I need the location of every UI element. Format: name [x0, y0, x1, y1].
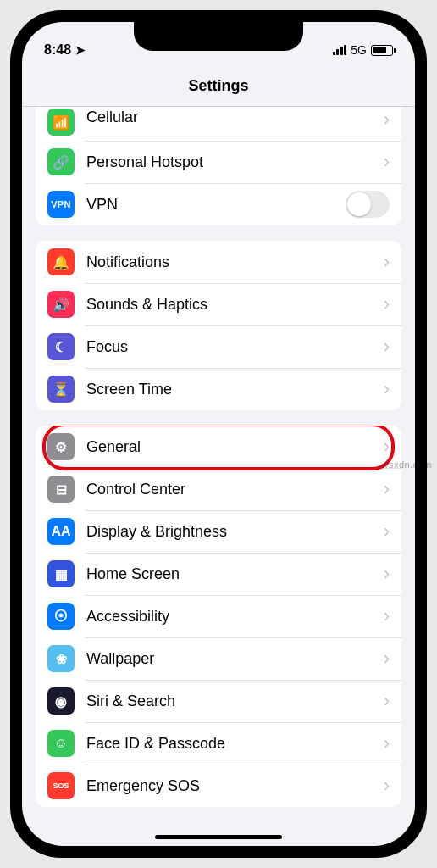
settings-row-sounds-haptics[interactable]: 🔊Sounds & Haptics› — [36, 283, 401, 326]
status-right: 5G — [333, 43, 393, 57]
chevron-right-icon: › — [384, 108, 390, 131]
settings-row-general[interactable]: ⚙General› — [36, 426, 401, 468]
settings-row-cellular[interactable]: 📶Cellular› — [36, 107, 401, 141]
settings-row-screen-time[interactable]: ⏳Screen Time› — [36, 368, 401, 410]
settings-row-home-screen[interactable]: ▦Home Screen› — [36, 553, 401, 595]
settings-row-notifications[interactable]: 🔔Notifications› — [36, 241, 401, 283]
emergency-sos-icon: SOS — [47, 772, 75, 799]
row-label: Notifications — [86, 253, 384, 271]
chevron-right-icon: › — [384, 478, 390, 500]
settings-group: 🔔Notifications›🔊Sounds & Haptics›☾Focus›… — [36, 241, 401, 410]
chevron-right-icon: › — [384, 605, 390, 627]
chevron-right-icon: › — [384, 336, 390, 358]
row-label: General — [86, 438, 384, 456]
chevron-right-icon: › — [384, 520, 390, 542]
device-frame: 8:48 ➤ 5G Settings 📶Cellular›🔗Personal H… — [10, 10, 427, 858]
siri-search-icon: ◉ — [47, 687, 75, 715]
settings-row-accessibility[interactable]: ⦿Accessibility› — [36, 595, 401, 637]
settings-row-emergency-sos[interactable]: SOSEmergency SOS› — [36, 765, 401, 807]
notch — [134, 22, 303, 51]
location-icon: ➤ — [75, 43, 86, 57]
cellular-signal-icon — [333, 45, 347, 55]
watermark-text: wsxdn.com — [381, 459, 432, 470]
row-label: Display & Brightness — [86, 523, 384, 541]
chevron-right-icon: › — [384, 563, 390, 585]
page-title: Settings — [188, 77, 248, 95]
face-id-passcode-icon: ☺ — [47, 730, 75, 757]
status-time: 8:48 — [44, 42, 71, 58]
settings-row-control-center[interactable]: ⊟Control Center› — [36, 468, 401, 510]
sounds-haptics-icon: 🔊 — [47, 291, 75, 318]
settings-row-siri-search[interactable]: ◉Siri & Search› — [36, 680, 401, 722]
chevron-right-icon: › — [384, 293, 390, 315]
row-label: Focus — [86, 338, 384, 356]
personal-hotspot-icon: 🔗 — [47, 148, 75, 175]
cellular-icon: 📶 — [47, 108, 75, 136]
row-label: Accessibility — [86, 608, 384, 626]
row-label: Control Center — [86, 481, 384, 498]
notifications-icon: 🔔 — [47, 248, 75, 275]
chevron-right-icon: › — [384, 690, 390, 712]
settings-row-wallpaper[interactable]: ❀Wallpaper› — [36, 637, 401, 680]
control-center-icon: ⊟ — [47, 476, 75, 503]
settings-group: ⚙General›⊟Control Center›AADisplay & Bri… — [36, 426, 401, 807]
settings-row-display-brightness[interactable]: AADisplay & Brightness› — [36, 510, 401, 553]
screen-time-icon: ⏳ — [47, 376, 75, 403]
row-label: Siri & Search — [86, 693, 384, 710]
settings-group: 📶Cellular›🔗Personal Hotspot›VPNVPN — [36, 107, 401, 225]
settings-list[interactable]: 📶Cellular›🔗Personal Hotspot›VPNVPN🔔Notif… — [22, 107, 415, 837]
row-label: Sounds & Haptics — [86, 296, 384, 314]
home-indicator[interactable] — [155, 835, 282, 839]
settings-row-focus[interactable]: ☾Focus› — [36, 326, 401, 368]
row-label: Personal Hotspot — [86, 153, 384, 171]
vpn-toggle[interactable] — [346, 191, 390, 218]
settings-row-face-id-passcode[interactable]: ☺Face ID & Passcode› — [36, 722, 401, 765]
focus-icon: ☾ — [47, 333, 75, 360]
nav-header: Settings — [22, 66, 415, 107]
row-label: Home Screen — [86, 565, 384, 583]
display-brightness-icon: AA — [47, 518, 75, 545]
chevron-right-icon: › — [384, 378, 390, 400]
screen: 8:48 ➤ 5G Settings 📶Cellular›🔗Personal H… — [22, 22, 415, 846]
chevron-right-icon: › — [384, 151, 390, 173]
chevron-right-icon: › — [384, 732, 390, 754]
row-label: Emergency SOS — [86, 777, 384, 795]
chevron-right-icon: › — [384, 251, 390, 273]
general-icon: ⚙ — [47, 433, 75, 460]
row-label: Cellular — [86, 108, 384, 126]
settings-row-personal-hotspot[interactable]: 🔗Personal Hotspot› — [36, 141, 401, 183]
row-label: VPN — [86, 196, 346, 214]
chevron-right-icon: › — [384, 436, 390, 458]
home-screen-icon: ▦ — [47, 560, 75, 587]
vpn-icon: VPN — [47, 191, 75, 218]
row-label: Screen Time — [86, 381, 384, 398]
row-label: Wallpaper — [86, 650, 384, 668]
accessibility-icon: ⦿ — [47, 603, 75, 630]
chevron-right-icon: › — [384, 648, 390, 670]
status-left: 8:48 ➤ — [44, 42, 86, 58]
chevron-right-icon: › — [384, 775, 390, 797]
wallpaper-icon: ❀ — [47, 645, 75, 672]
network-type: 5G — [351, 43, 367, 57]
battery-icon — [371, 45, 393, 56]
settings-row-vpn[interactable]: VPNVPN — [36, 183, 401, 225]
row-label: Face ID & Passcode — [86, 735, 384, 753]
